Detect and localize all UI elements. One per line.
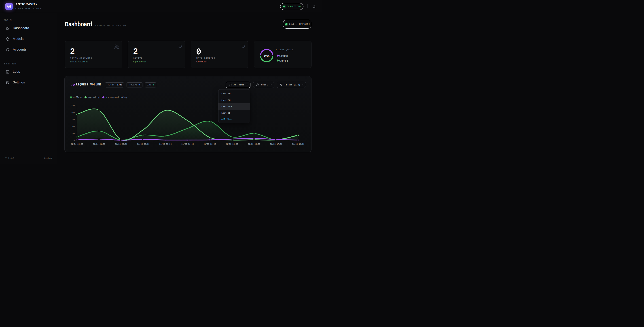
svg-text:100%: 100% (264, 54, 270, 57)
svg-text:01/04 21:00: 01/04 21:00 (93, 143, 105, 146)
svg-text:01/04 20:00: 01/04 20:00 (71, 143, 83, 146)
svg-text:01/08 18:00: 01/08 18:00 (292, 143, 304, 146)
svg-text:200: 200 (71, 112, 75, 114)
svg-text:0: 0 (74, 139, 75, 142)
svg-text:250: 250 (71, 104, 75, 107)
svg-text:100: 100 (71, 126, 75, 128)
svg-text:01/06 00:00: 01/06 00:00 (159, 143, 172, 146)
svg-text:01/06 03:00: 01/06 03:00 (226, 143, 238, 146)
svg-text:01/04 22:00: 01/04 22:00 (115, 143, 127, 146)
svg-text:150: 150 (71, 118, 75, 121)
svg-text:01/06 04:00: 01/06 04:00 (248, 143, 260, 146)
svg-text:50: 50 (72, 132, 75, 135)
svg-text:01/06 02:00: 01/06 02:00 (204, 143, 216, 146)
svg-text:01/06 01:00: 01/06 01:00 (181, 143, 194, 146)
svg-text:01/05 23:00: 01/05 23:00 (137, 143, 149, 146)
svg-text:01/08 17:00: 01/08 17:00 (270, 143, 282, 146)
